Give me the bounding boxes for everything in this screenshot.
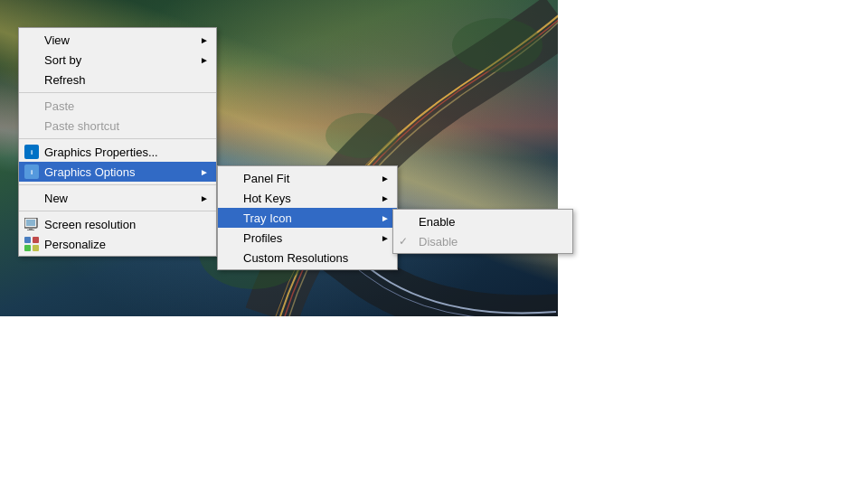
menu-item-screen-resolution[interactable]: Screen resolution <box>19 214 216 234</box>
svg-point-2 <box>326 113 398 158</box>
sort-by-label: Sort by <box>44 53 81 67</box>
separator-3 <box>19 184 216 185</box>
disable-checkmark: ✓ <box>399 235 408 248</box>
screen-resolution-label: Screen resolution <box>44 218 136 231</box>
separator-1 <box>19 92 216 93</box>
panel-fit-label: Panel Fit <box>243 172 289 185</box>
disable-label: Disable <box>419 235 458 249</box>
tray-icon-arrow: ► <box>363 213 390 223</box>
primary-context-menu: View ► Sort by ► Refresh Paste Paste sho… <box>18 27 217 257</box>
menu-item-graphics-options[interactable]: i Graphics Options ► <box>19 162 216 182</box>
paste-label: Paste <box>44 99 74 113</box>
new-arrow: ► <box>182 193 209 203</box>
menu-item-sort-by[interactable]: Sort by ► <box>19 50 216 70</box>
refresh-label: Refresh <box>44 73 86 87</box>
menu-item-personalize[interactable]: Personalize <box>19 234 216 254</box>
personalize-label: Personalize <box>44 238 106 251</box>
enable-label: Enable <box>419 215 455 229</box>
tray-icon-submenu: Enable ✓ Disable <box>392 209 573 254</box>
svg-rect-7 <box>24 237 31 243</box>
graphics-properties-icon: i <box>23 143 41 161</box>
svg-rect-4 <box>26 220 35 226</box>
panel-fit-arrow: ► <box>363 174 390 183</box>
graphics-options-submenu: Panel Fit ► Hot Keys ► Tray Icon ► Profi… <box>217 165 398 270</box>
menu-item-tray-icon[interactable]: Tray Icon ► <box>218 208 397 228</box>
sort-by-arrow: ► <box>182 55 209 65</box>
menu-item-hot-keys[interactable]: Hot Keys ► <box>218 188 397 208</box>
hot-keys-label: Hot Keys <box>243 192 291 205</box>
menu-item-new[interactable]: New ► <box>19 188 216 208</box>
tray-icon-label: Tray Icon <box>243 211 292 225</box>
custom-resolutions-label: Custom Resolutions <box>243 251 348 265</box>
menu-item-paste[interactable]: Paste <box>19 96 216 116</box>
graphics-properties-label: Graphics Properties... <box>44 145 158 159</box>
paste-shortcut-label: Paste shortcut <box>44 119 119 133</box>
menu-item-view[interactable]: View ► <box>19 30 216 50</box>
profiles-arrow: ► <box>363 233 390 243</box>
separator-4 <box>19 211 216 211</box>
screen-resolution-icon <box>23 215 41 233</box>
graphics-options-arrow: ► <box>182 167 209 177</box>
svg-rect-8 <box>33 237 39 243</box>
menu-item-profiles[interactable]: Profiles ► <box>218 228 397 248</box>
svg-rect-5 <box>29 228 33 230</box>
svg-rect-6 <box>27 230 34 230</box>
menu-item-disable[interactable]: ✓ Disable <box>393 231 572 251</box>
hot-keys-arrow: ► <box>363 193 390 203</box>
menu-item-custom-resolutions[interactable]: Custom Resolutions <box>218 248 397 267</box>
svg-rect-10 <box>33 245 39 251</box>
menu-item-paste-shortcut[interactable]: Paste shortcut <box>19 116 216 136</box>
svg-point-1 <box>452 18 542 72</box>
view-arrow: ► <box>182 35 209 45</box>
menu-item-enable[interactable]: Enable <box>393 211 572 231</box>
svg-rect-9 <box>24 245 31 251</box>
separator-2 <box>19 138 216 139</box>
personalize-icon <box>23 235 41 253</box>
profiles-label: Profiles <box>243 231 282 245</box>
graphics-options-label: Graphics Options <box>44 165 135 179</box>
graphics-options-icon: i <box>23 163 41 181</box>
view-label: View <box>44 33 70 47</box>
new-label: New <box>44 192 68 205</box>
menu-item-refresh[interactable]: Refresh <box>19 70 216 89</box>
menu-item-panel-fit[interactable]: Panel Fit ► <box>218 168 397 188</box>
menu-item-graphics-properties[interactable]: i Graphics Properties... <box>19 142 216 162</box>
